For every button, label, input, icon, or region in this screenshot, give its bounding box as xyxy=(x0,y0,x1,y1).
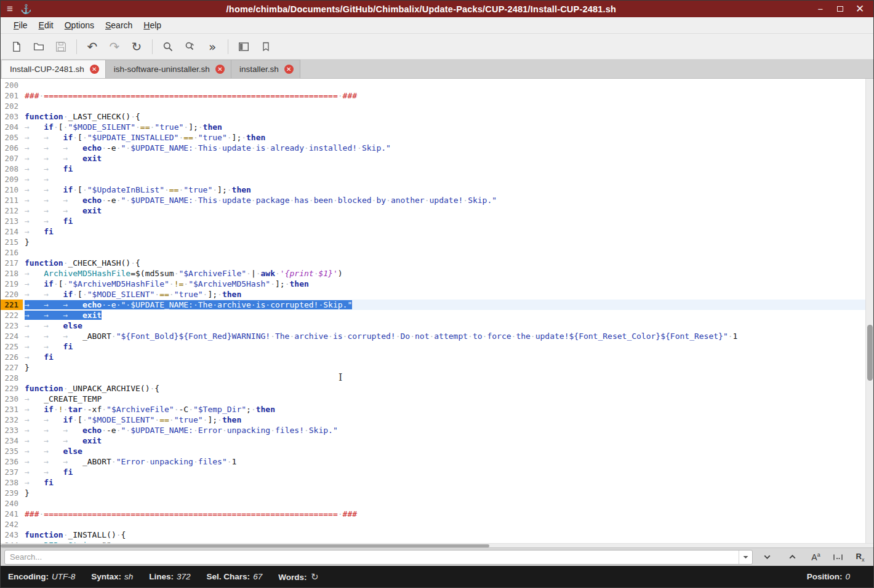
code-line-225[interactable]: 225→→fi xyxy=(1,341,873,352)
code-line-234[interactable]: 234→→→exit xyxy=(1,435,873,446)
line-number[interactable]: 213 xyxy=(1,216,23,226)
line-number[interactable]: 200 xyxy=(1,80,23,90)
code-line-219[interactable]: 219→if·[·"$ArchiveMD5HashFile"·!=·"$Arch… xyxy=(1,279,873,289)
line-number[interactable]: 217 xyxy=(1,258,23,268)
bookmark-button[interactable] xyxy=(255,37,277,57)
code-line-211[interactable]: 211→→→echo·-e·"·$UPDATE_NAME:·This·updat… xyxy=(1,195,873,205)
vertical-scrollbar-thumb[interactable] xyxy=(867,325,873,381)
code-line-221[interactable]: 221→→→echo·-e·"·$UPDATE_NAME:·The·archiv… xyxy=(1,300,873,310)
code-line-220[interactable]: 220→→if·[·"$MODE_SILENT"·==·"true"·];·th… xyxy=(1,289,873,300)
menu-edit[interactable]: Edit xyxy=(33,18,59,32)
search-replace-button[interactable] xyxy=(179,37,201,57)
line-number[interactable]: 222 xyxy=(1,310,23,320)
line-number[interactable]: 208 xyxy=(1,164,23,174)
line-number[interactable]: 228 xyxy=(1,373,23,383)
save-button[interactable] xyxy=(50,37,72,57)
line-number[interactable]: 209 xyxy=(1,174,23,185)
line-number[interactable]: 220 xyxy=(1,289,23,300)
menu-options[interactable]: Options xyxy=(59,18,100,32)
code-line-201[interactable]: 201###·=================================… xyxy=(1,90,873,101)
redo-button[interactable]: ↷ xyxy=(103,37,126,57)
code-line-210[interactable]: 210→→if·[·"$UpdateInBList"·==·"true"·];·… xyxy=(1,185,873,195)
close-button[interactable]: ✕ xyxy=(850,1,870,17)
vertical-scrollbar[interactable] xyxy=(865,79,873,543)
line-number[interactable]: 218 xyxy=(1,268,23,279)
line-number[interactable]: 232 xyxy=(1,415,23,425)
find-next-button[interactable] xyxy=(756,550,778,565)
line-number[interactable]: 236 xyxy=(1,456,23,467)
match-case-button[interactable]: Aa xyxy=(806,550,825,565)
line-number[interactable]: 212 xyxy=(1,205,23,216)
line-number[interactable]: 224 xyxy=(1,331,23,341)
code-line-202[interactable]: 202 xyxy=(1,101,873,111)
line-number[interactable]: 221 xyxy=(1,300,23,310)
code-line-206[interactable]: 206→→→echo·-e·"·$UPDATE_NAME:·This·updat… xyxy=(1,143,873,153)
code-line-226[interactable]: 226→fi xyxy=(1,352,873,362)
code-line-243[interactable]: 243function·_INSTALL()·{ xyxy=(1,530,873,540)
minimize-button[interactable]: − xyxy=(811,1,830,17)
reload-button[interactable]: ↻ xyxy=(126,37,148,57)
editor-lines[interactable]: 200201###·==============================… xyxy=(1,79,873,543)
whole-word-button[interactable] xyxy=(828,550,848,565)
line-number[interactable]: 214 xyxy=(1,226,23,237)
line-number[interactable]: 231 xyxy=(1,404,23,415)
editor[interactable]: 200201###·==============================… xyxy=(1,79,873,543)
tab-install-cup-2481[interactable]: Install-CUP-2481.sh ✕ xyxy=(2,60,106,78)
open-file-button[interactable] xyxy=(28,37,50,57)
code-line-231[interactable]: 231→if·!·tar·-xf·"$ArchiveFile"·-C·"$Tem… xyxy=(1,404,873,415)
undo-button[interactable]: ↶ xyxy=(81,37,103,57)
menu-search[interactable]: Search xyxy=(100,18,138,32)
code-line-224[interactable]: 224→→→_ABORT·"${Font_Bold}${Font_Red}WAR… xyxy=(1,331,873,341)
code-line-217[interactable]: 217function·_CHECK_HASH()·{ xyxy=(1,258,873,268)
line-number[interactable]: 219 xyxy=(1,279,23,289)
line-number[interactable]: 240 xyxy=(1,498,23,509)
line-number[interactable]: 227 xyxy=(1,362,23,373)
line-number[interactable]: 237 xyxy=(1,467,23,477)
code-line-205[interactable]: 205→→if·[·"$UPDATE_INSTALLED"·==·"true"·… xyxy=(1,132,873,143)
line-number[interactable]: 207 xyxy=(1,153,23,164)
horizontal-scrollbar-thumb[interactable] xyxy=(1,544,489,547)
code-line-216[interactable]: 216 xyxy=(1,247,873,258)
code-line-215[interactable]: 215} xyxy=(1,237,873,247)
line-number[interactable]: 230 xyxy=(1,394,23,404)
search-history-dropdown[interactable] xyxy=(739,550,752,564)
tab-ish-software-uninstaller[interactable]: ish-software-uninstaller.sh ✕ xyxy=(106,60,231,78)
menu-help[interactable]: Help xyxy=(138,18,167,32)
line-number[interactable]: 211 xyxy=(1,195,23,205)
find-previous-button[interactable] xyxy=(781,550,803,565)
line-number[interactable]: 233 xyxy=(1,425,23,435)
menu-hamburger-icon[interactable]: ≡ xyxy=(7,4,13,14)
search-entry[interactable] xyxy=(4,550,753,565)
line-number[interactable]: 226 xyxy=(1,352,23,362)
code-line-235[interactable]: 235→→else xyxy=(1,446,873,456)
code-line-230[interactable]: 230→_CREATE_TEMP xyxy=(1,394,873,404)
code-line-200[interactable]: 200 xyxy=(1,80,873,90)
line-number[interactable]: 204 xyxy=(1,122,23,132)
code-line-238[interactable]: 238→fi xyxy=(1,477,873,488)
code-line-213[interactable]: 213→→fi xyxy=(1,216,873,226)
line-number[interactable]: 202 xyxy=(1,101,23,111)
new-file-button[interactable] xyxy=(6,37,28,57)
line-number[interactable]: 223 xyxy=(1,320,23,331)
regex-button[interactable]: Rx xyxy=(851,550,870,565)
menu-file[interactable]: File xyxy=(8,18,33,32)
tab-installer[interactable]: installer.sh ✕ xyxy=(231,60,300,78)
line-number[interactable]: 203 xyxy=(1,111,23,122)
line-number[interactable]: 235 xyxy=(1,446,23,456)
code-line-240[interactable]: 240 xyxy=(1,498,873,509)
code-line-212[interactable]: 212→→→exit xyxy=(1,205,873,216)
code-line-241[interactable]: 241###·=================================… xyxy=(1,509,873,519)
code-line-228[interactable]: 228 xyxy=(1,373,873,383)
line-number[interactable]: 215 xyxy=(1,237,23,247)
code-line-236[interactable]: 236→→→_ABORT·"Error·unpacking·files"·1 xyxy=(1,456,873,467)
line-number[interactable]: 229 xyxy=(1,383,23,394)
line-number[interactable]: 243 xyxy=(1,530,23,540)
code-line-239[interactable]: 239} xyxy=(1,488,873,498)
line-number[interactable]: 241 xyxy=(1,509,23,519)
line-number[interactable]: 206 xyxy=(1,143,23,153)
line-number[interactable]: 238 xyxy=(1,477,23,488)
code-line-208[interactable]: 208→→fi xyxy=(1,164,873,174)
line-number[interactable]: 210 xyxy=(1,185,23,195)
code-line-203[interactable]: 203function·_LAST_CHECK()·{ xyxy=(1,111,873,122)
line-number[interactable]: 239 xyxy=(1,488,23,498)
